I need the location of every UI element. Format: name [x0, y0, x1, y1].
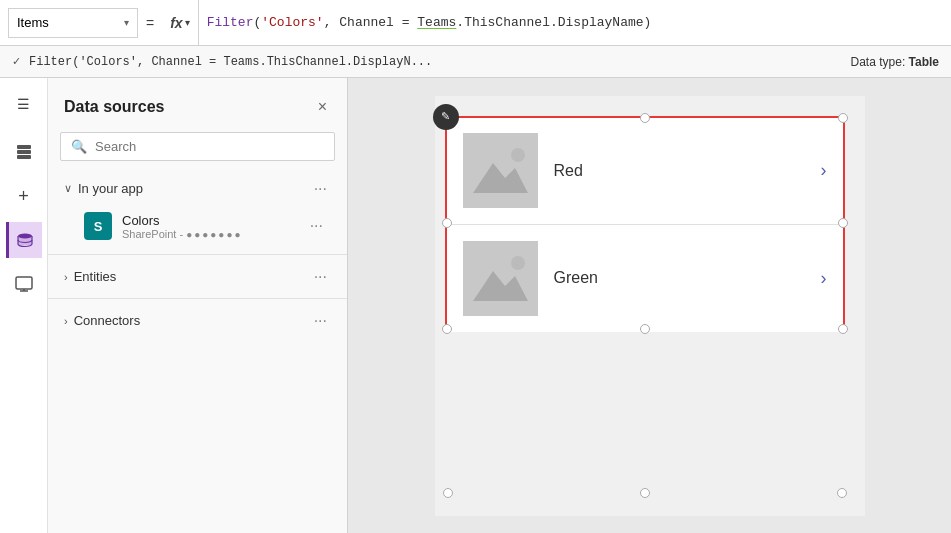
in-your-app-section: ∨ In your app ··· S Colors SharePoint - … — [48, 173, 347, 248]
sub-bar-datatype: Data type: Table — [851, 55, 939, 69]
formula-rest: .ThisChannel.DisplayName) — [456, 15, 651, 30]
in-your-app-toggle[interactable]: ∨ In your app — [60, 173, 147, 204]
formula-teams: Teams — [417, 15, 456, 30]
panel-title: Data sources — [64, 98, 165, 116]
handle-top-center[interactable] — [640, 113, 650, 123]
entities-section: › Entities ··· — [48, 261, 347, 292]
search-icon: 🔍 — [71, 139, 87, 154]
formula-comma: , Channel = — [324, 15, 418, 30]
handle-mid-left[interactable] — [442, 218, 452, 228]
add-button[interactable]: + — [6, 178, 42, 214]
sub-bar-check-icon: ✓ — [12, 55, 21, 68]
svg-rect-0 — [17, 145, 31, 149]
entities-label: Entities — [74, 269, 117, 284]
equals-sign: = — [138, 15, 162, 31]
list-item-green-chevron: › — [821, 268, 827, 289]
fx-button[interactable]: fx ▾ — [162, 0, 198, 45]
outer-handle-bottom-right[interactable] — [837, 488, 847, 498]
colors-ds-icon: S — [84, 212, 112, 240]
in-your-app-more-icon[interactable]: ··· — [306, 176, 335, 202]
in-your-app-label: In your app — [78, 181, 143, 196]
entities-header-row: › Entities ··· — [60, 261, 335, 292]
connectors-header-row: › Connectors ··· — [60, 305, 335, 336]
outer-handle-bottom-left[interactable] — [443, 488, 453, 498]
screen-button[interactable] — [6, 266, 42, 302]
fx-arrow-icon: ▾ — [185, 17, 190, 28]
list-item-red-label: Red — [554, 162, 805, 180]
chevron-down-icon: ∨ — [64, 182, 72, 195]
formula-fn: Filter — [207, 15, 254, 30]
list-item-red-image — [463, 133, 538, 208]
svg-rect-8 — [463, 133, 538, 208]
handle-bottom-right[interactable] — [838, 324, 848, 334]
formula-text[interactable]: Filter('Colors', Channel = Teams.ThisCha… — [199, 11, 943, 34]
svg-point-10 — [511, 148, 525, 162]
list-item-green-image — [463, 241, 538, 316]
sub-bar: ✓ Filter('Colors', Channel = Teams.ThisC… — [0, 46, 951, 78]
name-dropdown[interactable]: Items ▾ — [8, 8, 138, 38]
hamburger-button[interactable]: ☰ — [6, 86, 42, 122]
outer-handle-bottom-center[interactable] — [640, 488, 650, 498]
chevron-right-icon: › — [64, 271, 68, 283]
list-item-red-chevron: › — [821, 160, 827, 181]
list-item-green-label: Green — [554, 269, 805, 287]
handle-bottom-left[interactable] — [442, 324, 452, 334]
data-sources-panel: Data sources × 🔍 ∨ In your app ··· S — [48, 78, 348, 533]
in-your-app-header-row: ∨ In your app ··· — [60, 173, 335, 204]
edit-handle-icon[interactable]: ✎ — [433, 104, 459, 130]
formula-str: 'Colors' — [261, 15, 323, 30]
panel-close-button[interactable]: × — [314, 94, 331, 120]
connectors-toggle[interactable]: › Connectors — [60, 305, 144, 336]
svg-rect-5 — [16, 277, 32, 289]
connectors-more-icon[interactable]: ··· — [306, 308, 335, 334]
divider-1 — [48, 254, 347, 255]
formula-bar: Items ▾ = fx ▾ Filter('Colors', Channel … — [0, 0, 951, 46]
panel-header: Data sources × — [48, 78, 347, 132]
colors-ds-sub: SharePoint - ●●●●●●● — [122, 228, 282, 240]
name-dropdown-value: Items — [17, 15, 49, 30]
database-button[interactable] — [6, 222, 42, 258]
search-input[interactable] — [95, 139, 324, 154]
list-item-green[interactable]: Green › — [447, 225, 843, 332]
app-list-widget[interactable]: ✎ — [445, 116, 845, 331]
bottom-selection-area — [443, 493, 847, 498]
svg-rect-2 — [17, 155, 31, 159]
search-box[interactable]: 🔍 — [60, 132, 335, 161]
handle-top-right[interactable] — [838, 113, 848, 123]
svg-rect-11 — [463, 241, 538, 316]
list-item-red[interactable]: Red › — [447, 118, 843, 225]
colors-ds-name: Colors — [122, 213, 296, 228]
canvas-area: ✎ — [348, 78, 951, 533]
divider-2 — [48, 298, 347, 299]
svg-point-13 — [511, 256, 525, 270]
main-content: ☰ + Data sour — [0, 78, 951, 533]
canvas-inner: ✎ — [435, 96, 865, 516]
handle-bottom-center[interactable] — [640, 324, 650, 334]
sidebar-icons: ☰ + — [0, 78, 48, 533]
colors-ds-info: Colors SharePoint - ●●●●●●● — [122, 213, 296, 240]
svg-rect-1 — [17, 150, 31, 154]
handle-mid-right[interactable] — [838, 218, 848, 228]
colors-datasource-item[interactable]: S Colors SharePoint - ●●●●●●● ··· — [60, 204, 335, 248]
connectors-label: Connectors — [74, 313, 140, 328]
layers-button[interactable] — [6, 134, 42, 170]
entities-more-icon[interactable]: ··· — [306, 264, 335, 290]
colors-more-icon[interactable]: ··· — [306, 213, 327, 239]
svg-point-4 — [18, 234, 32, 239]
dropdown-arrow-icon: ▾ — [124, 17, 129, 28]
sub-bar-formula-preview: Filter('Colors', Channel = Teams.ThisCha… — [29, 55, 432, 69]
chevron-right-icon-2: › — [64, 315, 68, 327]
connectors-section: › Connectors ··· — [48, 305, 347, 336]
fx-label: fx — [170, 15, 182, 31]
entities-toggle[interactable]: › Entities — [60, 261, 120, 292]
